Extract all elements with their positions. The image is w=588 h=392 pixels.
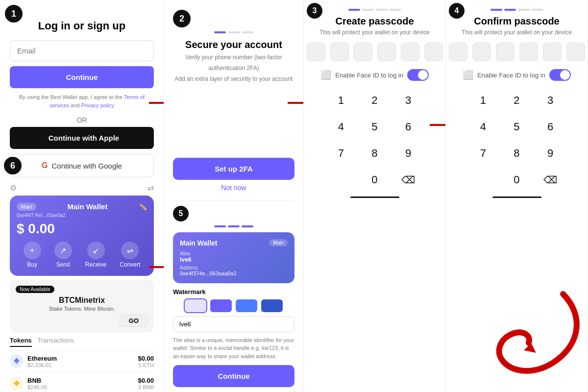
cnum-6[interactable]: 6 <box>535 115 566 139</box>
go-button[interactable]: GO <box>120 315 148 327</box>
cnum-7[interactable]: 7 <box>468 142 499 165</box>
now-available-card: Now Available BTCMinetrix Stake Tokens. … <box>10 280 154 333</box>
apple-button[interactable]: Continue with Apple <box>10 127 154 149</box>
privacy-link[interactable]: Privacy policy <box>81 102 114 108</box>
swatch-1[interactable] <box>185 299 206 312</box>
step5-progress <box>173 225 294 227</box>
section-confirm-passcode: 4 Confirm passcode This will protect you… <box>446 0 588 392</box>
pc-dot-1 <box>307 43 325 61</box>
pc-dot-5 <box>401 43 419 61</box>
buy-action[interactable]: + Buy <box>24 242 41 268</box>
step5-badge: 5 <box>173 206 189 221</box>
wallet-card-header: Main Main Wallet ✏️ <box>17 202 147 211</box>
edit-icon[interactable]: ✏️ <box>139 203 147 211</box>
receive-action[interactable]: ↙ Receive <box>85 242 106 268</box>
cdelete-btn[interactable]: ⌫ <box>535 168 566 192</box>
cnum-0[interactable]: 0 <box>501 168 532 192</box>
face-id-label-4: Enable Face ID to log in <box>477 72 545 79</box>
cnum-2[interactable]: 2 <box>501 89 532 112</box>
wallet-name: Main Wallet <box>67 202 107 211</box>
arrow-step1b <box>149 260 164 274</box>
step4-badge: 4 <box>449 3 465 19</box>
swatch-4[interactable] <box>261 299 283 312</box>
email-input[interactable] <box>10 40 154 61</box>
step5-continue-button[interactable]: Continue <box>173 365 294 387</box>
tab-tokens[interactable]: Tokens <box>10 337 32 347</box>
num-3[interactable]: 3 <box>393 89 424 112</box>
swatch-2[interactable] <box>210 299 232 312</box>
convert-action[interactable]: ⇌ Convert <box>120 242 140 268</box>
cpc-dot-6 <box>566 43 585 61</box>
arrow-step3 <box>430 118 446 132</box>
face-id-icon-3: ⬜ <box>320 70 331 80</box>
step6-badge: 6 <box>4 157 22 174</box>
svg-marker-2 <box>14 380 20 386</box>
secure-sub3: Add an extra layer of security to your a… <box>175 74 293 83</box>
share-icon[interactable]: ⇄ <box>147 183 154 193</box>
alias-label: Alias <box>180 251 288 256</box>
num-7[interactable]: 7 <box>326 142 357 165</box>
setup2fa-button[interactable]: Set up 2FA <box>173 158 294 180</box>
continue-button[interactable]: Continue <box>10 66 154 88</box>
num-4[interactable]: 4 <box>326 115 357 139</box>
cpc-dot-2 <box>472 43 491 61</box>
bnb-icon <box>10 376 24 390</box>
num-5[interactable]: 5 <box>359 115 390 139</box>
num-1[interactable]: 1 <box>326 89 357 112</box>
cnum-1[interactable]: 1 <box>468 89 499 112</box>
cnum-3[interactable]: 3 <box>535 89 566 112</box>
send-action[interactable]: ↗ Send <box>54 242 72 268</box>
num-9[interactable]: 9 <box>393 142 424 165</box>
step4-progress <box>490 9 543 11</box>
wallet-balance: $ 0.00 <box>17 221 147 237</box>
token-tabs: Tokens Transactions <box>10 337 154 350</box>
cnum-5[interactable]: 5 <box>501 115 532 139</box>
alias-value: lve6 <box>180 256 288 263</box>
face-id-toggle-3[interactable] <box>407 69 429 81</box>
delete-btn[interactable]: ⌫ <box>393 168 424 192</box>
wallet-main-badge: Main <box>17 203 36 211</box>
bnb-info: BNB $246.06 <box>27 377 138 390</box>
settings-icon[interactable]: ⚙ <box>10 183 17 193</box>
not-now-link[interactable]: Not now <box>221 184 246 192</box>
secure-title: Secure your account <box>175 38 293 51</box>
num-8[interactable]: 8 <box>359 142 390 165</box>
tab-transactions[interactable]: Transactions <box>38 337 74 347</box>
arrow-step2 <box>288 96 304 110</box>
num-6[interactable]: 6 <box>393 115 424 139</box>
btc-logo: BTCMinetrix <box>59 296 105 305</box>
wallet-address: 0xe4NT Rel...#3ae0a2 <box>17 213 147 218</box>
cpc-dot-5 <box>543 43 562 61</box>
secure-sub2: authentication 2FA) <box>175 64 293 73</box>
num-0[interactable]: 0 <box>359 168 390 192</box>
eth-icon <box>10 354 24 368</box>
curvy-arrow <box>485 284 583 382</box>
numpad-4: 1 2 3 4 5 6 7 8 9 0 ⌫ <box>468 89 566 192</box>
cnum-8[interactable]: 8 <box>501 142 532 165</box>
step2-progress <box>173 31 294 33</box>
section-secure: 2 Secure your account Verify your phone … <box>164 0 304 392</box>
address-label: Address <box>180 265 288 270</box>
section-login: 1 Log in or sign up Continue By using th… <box>0 0 164 392</box>
swatch-3[interactable] <box>236 299 257 312</box>
face-id-label-3: Enable Face ID to log in <box>335 72 403 79</box>
cpc-dot-3 <box>496 43 514 61</box>
numpad-3: 1 2 3 4 5 6 7 8 9 0 ⌫ <box>326 89 424 192</box>
cnum-9[interactable]: 9 <box>535 142 566 165</box>
wm-header: Main Wallet Main <box>180 239 288 247</box>
num-2[interactable]: 2 <box>359 89 390 112</box>
step2-badge: 2 <box>173 10 191 27</box>
face-id-toggle-4[interactable] <box>549 69 571 81</box>
alias-description: The alias is a unique, memorable identif… <box>173 336 294 361</box>
pc-dot-3 <box>354 43 372 61</box>
alias-input[interactable] <box>173 316 294 332</box>
confirm-passcode-sub: This will protect your wallet on your de… <box>462 29 572 36</box>
cnum-4[interactable]: 4 <box>468 115 499 139</box>
google-button[interactable]: G Continue with Google <box>10 154 154 177</box>
now-available-badge: Now Available <box>16 286 54 293</box>
confirm-passcode-dot-row <box>449 43 585 61</box>
token-list: Ethereum $2,336.01 $0.00 0 ETH BNB $246.… <box>10 350 154 392</box>
step3-badge: 3 <box>307 3 322 19</box>
eth-balance: $0.00 0 ETH <box>138 355 154 368</box>
section-create-passcode: 3 Create passcode This will protect your… <box>304 0 446 392</box>
